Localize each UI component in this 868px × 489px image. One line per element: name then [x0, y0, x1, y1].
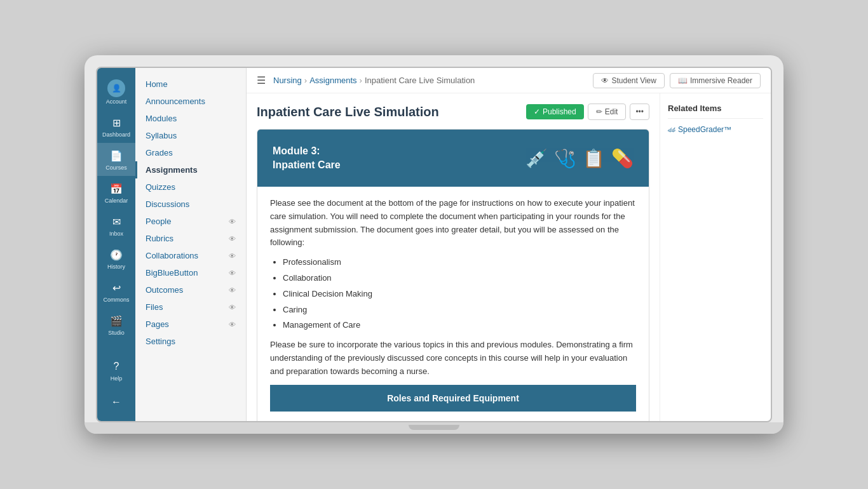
list-item: Professionalism [283, 256, 636, 269]
list-item: Collaboration [283, 272, 636, 285]
list-item: Management of Care [283, 319, 636, 332]
pencil-icon: ✏ [596, 107, 602, 116]
sidebar-item-assignments[interactable]: Assignments [135, 161, 246, 178]
assignment-header: Inpatient Care Live Simulation ✓ Publish… [257, 104, 649, 120]
sidebar-item-people[interactable]: People 👁 [135, 213, 246, 230]
nav-label-dashboard: Dashboard [102, 131, 130, 138]
main-content-area: ☰ Nursing › Assignments › Inpatient Care… [247, 68, 771, 421]
closing-paragraph: Please be sure to incorporate the variou… [270, 338, 636, 378]
nav-item-inbox[interactable]: ✉ Inbox [97, 209, 135, 242]
more-options-button[interactable]: ••• [630, 104, 649, 120]
sidebar-item-outcomes[interactable]: Outcomes 👁 [135, 281, 246, 298]
dashboard-icon: ⊞ [109, 115, 124, 130]
nav-item-studio[interactable]: 🎬 Studio [97, 308, 135, 341]
nav-item-dashboard[interactable]: ⊞ Dashboard [97, 110, 135, 143]
medical-book-icon: 📋 [583, 148, 605, 169]
breadcrumb: ☰ Nursing › Assignments › Inpatient Care… [257, 74, 475, 86]
course-sidebar: Home Announcements Modules Syllabus Grad… [135, 68, 247, 421]
bullet-list: ProfessionalismCollaborationClinical Dec… [283, 256, 636, 332]
nav-item-commons[interactable]: ↩ Commons [97, 275, 135, 308]
nav-label-commons: Commons [103, 297, 129, 303]
collaborations-visibility-icon: 👁 [229, 252, 236, 260]
sidebar-item-rubrics[interactable]: Rubrics 👁 [135, 230, 246, 247]
stethoscope-icon: 🩺 [554, 148, 576, 169]
sidebar-item-grades[interactable]: Grades [135, 144, 246, 161]
speedgrader-link[interactable]: 🏎 SpeedGrader™ [668, 125, 763, 134]
files-visibility-icon: 👁 [229, 304, 236, 311]
student-view-button[interactable]: 👁 Student View [593, 73, 665, 88]
sidebar-item-announcements[interactable]: Announcements [135, 93, 246, 110]
student-view-icon: 👁 [601, 76, 609, 85]
top-bar-actions: 👁 Student View 📖 Immersive Reader [593, 73, 761, 88]
assignment-title: Inpatient Care Live Simulation [257, 105, 439, 119]
assignment-text-body: Please see the document at the bottom of… [257, 187, 649, 421]
sidebar-item-collaborations[interactable]: Collaborations 👁 [135, 247, 246, 264]
bigbluebutton-visibility-icon: 👁 [229, 269, 236, 277]
calendar-icon: 📅 [109, 181, 124, 196]
people-visibility-icon: 👁 [229, 218, 236, 225]
roles-paragraph: You will be assigned roles to perform th… [270, 418, 636, 421]
top-bar: ☰ Nursing › Assignments › Inpatient Care… [247, 68, 771, 93]
breadcrumb-current: Inpatient Care Live Simulation [365, 76, 475, 85]
sidebar-item-pages[interactable]: Pages 👁 [135, 316, 246, 333]
module-banner-icons: 💉 🩺 📋 💊 [526, 148, 634, 169]
immersive-reader-icon: 📖 [678, 76, 688, 85]
nav-item-help[interactable]: ? Help [97, 354, 135, 387]
pages-visibility-icon: 👁 [229, 321, 236, 328]
nav-item-calendar[interactable]: 📅 Calendar [97, 176, 135, 209]
nav-item-history[interactable]: 🕐 History [97, 242, 135, 275]
intro-paragraph: Please see the document at the bottom of… [270, 197, 636, 250]
courses-icon: 📄 [109, 148, 124, 163]
checkmark-icon: ✓ [534, 107, 540, 116]
syringe-icon: 💉 [526, 148, 548, 169]
content-body: Inpatient Care Live Simulation ✓ Publish… [247, 93, 771, 421]
assignment-main: Inpatient Care Live Simulation ✓ Publish… [247, 93, 660, 421]
immersive-reader-button[interactable]: 📖 Immersive Reader [670, 73, 761, 88]
nav-label-history: History [107, 264, 125, 270]
right-panel: Related Items 🏎 SpeedGrader™ [660, 93, 771, 421]
sidebar-item-home[interactable]: Home [135, 76, 246, 93]
inbox-icon: ✉ [109, 214, 124, 229]
assignment-content-box: Module 3: Inpatient Care 💉 🩺 📋 💊 [257, 129, 649, 421]
sidebar-item-quizzes[interactable]: Quizzes [135, 178, 246, 196]
section-header-roles: Roles and Required Equipment [270, 385, 636, 412]
speedgrader-icon: 🏎 [668, 125, 675, 134]
edit-button[interactable]: ✏ Edit [588, 104, 627, 120]
nav-item-account[interactable]: 👤 Account [97, 74, 135, 110]
sidebar-item-syllabus[interactable]: Syllabus [135, 127, 246, 144]
help-icon: ? [109, 359, 124, 374]
sidebar-item-modules[interactable]: Modules [135, 110, 246, 127]
assignment-header-actions: ✓ Published ✏ Edit ••• [526, 104, 649, 120]
nav-label-account: Account [106, 98, 127, 105]
module-banner: Module 3: Inpatient Care 💉 🩺 📋 💊 [257, 130, 649, 187]
related-items-title: Related Items [668, 104, 763, 119]
list-item: Clinical Decision Making [283, 288, 636, 301]
nav-label-inbox: Inbox [109, 231, 123, 237]
nav-label-studio: Studio [108, 330, 125, 336]
outcomes-visibility-icon: 👁 [229, 286, 236, 294]
nav-label-calendar: Calendar [105, 198, 128, 204]
sidebar-item-settings[interactable]: Settings [135, 333, 246, 350]
nav-label-courses: Courses [105, 164, 127, 171]
medicine-icon: 💊 [611, 148, 634, 169]
sidebar-item-discussions[interactable]: Discussions [135, 196, 246, 213]
left-navigation: 👤 Account ⊞ Dashboard 📄 Courses 📅 Calend… [97, 68, 135, 421]
nav-label-help: Help [111, 375, 123, 382]
commons-icon: ↩ [109, 280, 124, 295]
history-icon: 🕐 [109, 247, 124, 262]
hamburger-icon[interactable]: ☰ [257, 74, 266, 86]
account-avatar: 👤 [107, 79, 125, 97]
sidebar-item-bigbluebutton[interactable]: BigBlueButton 👁 [135, 264, 246, 281]
list-item: Caring [283, 304, 636, 317]
nav-item-courses[interactable]: 📄 Courses [97, 143, 135, 176]
sidebar-item-files[interactable]: Files 👁 [135, 298, 246, 316]
collapse-icon: ← [109, 394, 124, 410]
breadcrumb-course[interactable]: Nursing [273, 76, 302, 85]
nav-collapse-button[interactable]: ← [97, 389, 135, 415]
published-button[interactable]: ✓ Published [526, 104, 584, 119]
module-banner-text: Module 3: Inpatient Care [273, 144, 341, 173]
breadcrumb-section[interactable]: Assignments [309, 76, 356, 85]
rubrics-visibility-icon: 👁 [229, 235, 236, 243]
studio-icon: 🎬 [109, 313, 124, 328]
